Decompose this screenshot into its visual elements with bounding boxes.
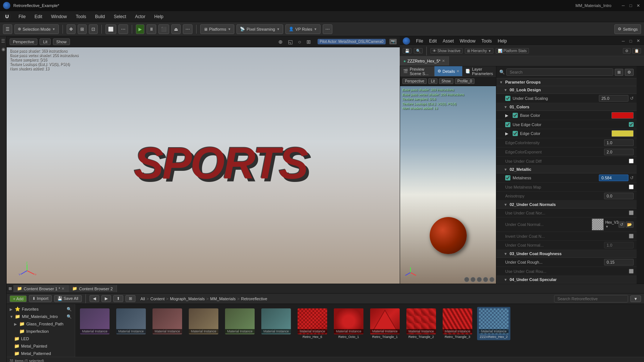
vp-icon-2[interactable]: ◱: [286, 38, 294, 45]
cb-item-row1-1[interactable]: Material Instance: [78, 307, 111, 340]
details-tab[interactable]: ⚙ Details ✕: [435, 66, 463, 76]
cb-nav-fwd-btn[interactable]: ▶: [101, 295, 111, 302]
under-coat-roughness-value[interactable]: 0.15: [604, 259, 634, 265]
metalness-reset[interactable]: ↺: [630, 175, 634, 180]
content-browser-tab-1[interactable]: 📁 Content Browser 1 * ✕: [13, 285, 68, 292]
menu-window[interactable]: Window: [50, 13, 68, 20]
cb-path-content[interactable]: Content: [150, 297, 165, 301]
cb-glass-frosted[interactable]: ▶ 📁 Glass_Frosted_Path: [7, 320, 75, 328]
under-coat-scaling-check[interactable]: [505, 96, 510, 101]
platform-stats-btn[interactable]: 📊 Platform Stats: [496, 48, 529, 54]
mat-menu-asset[interactable]: Asset: [441, 38, 455, 44]
selection-mode-btn[interactable]: ⊕ Selection Mode ▼: [14, 24, 59, 34]
section-under-coat-normals[interactable]: ▼ 02_Under Coat Normals: [496, 201, 637, 209]
use-under-coat-nor-toggle[interactable]: [629, 210, 634, 215]
mat-maximize-btn[interactable]: □: [628, 38, 634, 44]
sv-show-btn[interactable]: Show: [439, 78, 453, 84]
cb-metal-painted[interactable]: 📁 Metal_Painted: [7, 342, 75, 350]
edge-color-check[interactable]: [513, 131, 518, 136]
use-under-coat-diff-toggle[interactable]: [629, 159, 634, 163]
search-view-btn[interactable]: ⊞: [615, 69, 623, 76]
mat-tool-1[interactable]: ⚙: [623, 48, 631, 54]
app-logo[interactable]: U: [3, 13, 11, 21]
sv-profile-btn[interactable]: Profile_0: [455, 78, 474, 84]
cb-path-retro[interactable]: Retroreflective: [241, 297, 267, 301]
viewport-tab[interactable]: 🎬 Preview Scene S...: [400, 66, 435, 76]
sv-dot-4[interactable]: [483, 277, 488, 282]
details-tab-close[interactable]: ✕: [456, 69, 459, 73]
menu-build[interactable]: Build: [94, 13, 107, 20]
sidebar-icon-2[interactable]: ◉: [1, 46, 6, 53]
metalness-value[interactable]: 0.584: [599, 175, 628, 181]
use-under-coat-rou-toggle[interactable]: [629, 269, 634, 274]
asset-tab[interactable]: ● ZZZRetro_Hex_5* ✕: [400, 56, 449, 65]
menu-file[interactable]: File: [17, 13, 27, 20]
hamburger-menu-btn[interactable]: ☰: [3, 24, 12, 34]
menu-help[interactable]: Help: [153, 13, 165, 20]
mat-browse-btn[interactable]: 🔍: [414, 48, 423, 54]
cb-nav-back-btn[interactable]: ◀: [90, 295, 99, 302]
section-under-coat-roughness[interactable]: ▼ 03_Under Coat Roughness: [496, 250, 637, 258]
vp-icon-1[interactable]: ⊕: [277, 38, 284, 45]
cb-import-btn[interactable]: ⬇ Import: [29, 295, 51, 302]
base-color-check[interactable]: [513, 113, 518, 118]
minimize-btn[interactable]: ─: [620, 3, 626, 9]
mat-minimize-btn[interactable]: ─: [620, 38, 626, 44]
settings-btn[interactable]: ⚙ Settings: [614, 24, 641, 34]
mode-btn[interactable]: ⬜: [105, 24, 116, 34]
details-search-input[interactable]: [506, 68, 613, 76]
show-inactive-btn[interactable]: 👁 Show Inactive: [430, 48, 463, 54]
anisotropy-value[interactable]: 0.0: [604, 193, 634, 199]
use-edge-color-check[interactable]: [505, 122, 510, 127]
edge-color-swatch[interactable]: [611, 130, 634, 137]
under-coat-scaling-value[interactable]: 25.0: [599, 95, 628, 102]
edge-color-intensity-value[interactable]: 1.0: [604, 139, 634, 146]
cb-item-row1-5[interactable]: Material Instance: [223, 307, 256, 340]
camera-icon[interactable]: 📷: [389, 39, 397, 44]
under-coat-scaling-reset[interactable]: ↺: [630, 96, 634, 101]
show-btn[interactable]: Show: [53, 38, 70, 45]
use-edge-color-toggle[interactable]: [629, 122, 634, 127]
platforms-btn[interactable]: 🖥 Platforms ▼: [200, 24, 234, 34]
section-param-groups[interactable]: ▼ Parameter Groups: [496, 78, 637, 86]
sv-dot-5[interactable]: [489, 277, 494, 282]
menu-actor[interactable]: Actor: [134, 13, 147, 20]
texture-refresh-btn[interactable]: ↺: [618, 221, 625, 228]
mat-tool-2[interactable]: 📋: [632, 48, 641, 54]
base-color-expand[interactable]: ▶: [505, 113, 510, 118]
edge-color-expand[interactable]: ▶: [505, 131, 510, 136]
play-btn[interactable]: ▶: [136, 24, 144, 34]
mm-search-icon[interactable]: 🔍: [67, 314, 72, 319]
sv-viewport-canvas[interactable]: Base pass shader: 369 instructions Base …: [400, 86, 496, 284]
stop-btn[interactable]: ⬛: [158, 24, 169, 34]
mat-menu-file[interactable]: File: [415, 38, 425, 44]
cb-save-all-btn[interactable]: 💾 Save All: [54, 295, 82, 302]
lit-btn[interactable]: Lit: [40, 38, 51, 45]
mat-close-btn[interactable]: ✕: [635, 38, 641, 44]
sv-dot-1[interactable]: [464, 277, 469, 282]
maximize-btn[interactable]: □: [628, 3, 634, 9]
main-viewport[interactable]: SPORTS Base pass shader: 369 instruction…: [7, 47, 400, 284]
section-colors[interactable]: ▼ 01_Colors: [496, 103, 637, 111]
cb-item-row1-6[interactable]: Material Instance: [259, 307, 293, 340]
mat-menu-help[interactable]: Help: [496, 38, 509, 44]
menu-edit[interactable]: Edit: [33, 13, 44, 20]
cb-item-retro-hex-6[interactable]: Material Instance Retro_Hex_6: [296, 307, 329, 340]
cb-imperfection[interactable]: 📁 Imperfection: [7, 328, 75, 335]
grid-btn[interactable]: ⊡: [89, 24, 98, 34]
cb-item-retro-triangle-3[interactable]: Material Instance Retro_Triangle_3: [441, 307, 474, 340]
cb-sidebar-toggle[interactable]: ⊞: [7, 286, 13, 291]
under-coat-normal-val[interactable]: 1.0: [604, 242, 634, 248]
search-settings-btn[interactable]: ⚙: [625, 69, 634, 76]
cb-tab-1-close[interactable]: ✕: [61, 287, 64, 291]
cb-search-input[interactable]: [554, 295, 628, 302]
content-browser-tab-2[interactable]: 📁 Content Browser 2: [68, 285, 117, 292]
mat-menu-tools[interactable]: Tools: [480, 38, 493, 44]
use-metalness-map-toggle[interactable]: [629, 185, 634, 189]
cb-item-zzza-retro-hex-2[interactable]: Material Instance ZZZARetro_Hex_2: [477, 307, 510, 340]
edge-color-exponent-value[interactable]: 2.0: [604, 149, 634, 155]
asset-tab-close[interactable]: ✕: [442, 59, 445, 63]
sv-dot-3[interactable]: [477, 277, 482, 282]
sv-dot-2[interactable]: [470, 277, 476, 282]
metalness-check[interactable]: [505, 175, 510, 180]
